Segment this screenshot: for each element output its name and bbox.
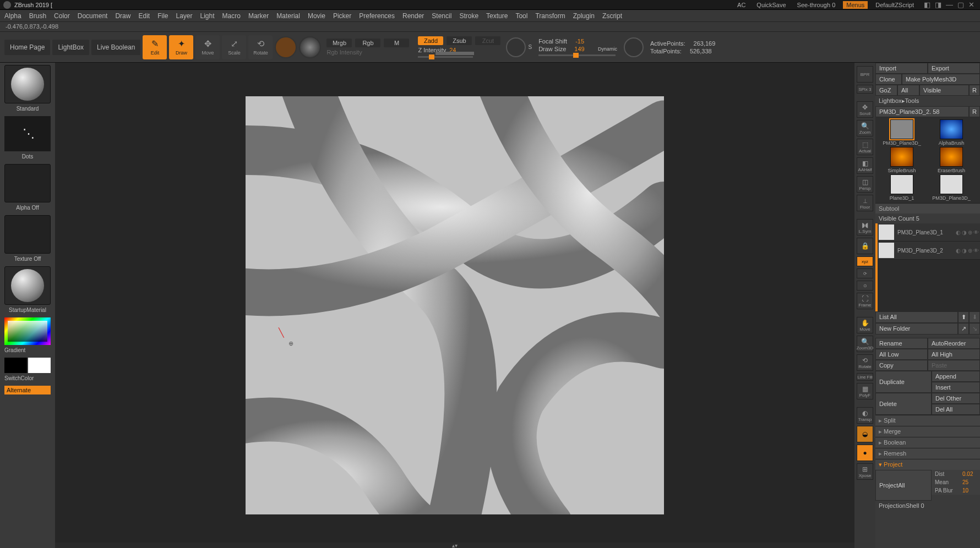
zoom-button[interactable]: 🔍Zoom [857,120,873,136]
menu-alpha[interactable]: Alpha [4,12,21,20]
lock-button[interactable]: 🔒 [857,238,873,254]
mrgb-button[interactable]: Mrgb [326,39,352,47]
menu-color[interactable]: Color [54,12,70,20]
split-section[interactable]: Split [875,415,980,426]
visible-count[interactable]: Visible Count 5 [875,213,980,223]
menu-marker[interactable]: Marker [248,12,269,20]
dynamic-button[interactable]: Dynamic [598,46,617,52]
brush-thumb[interactable] [4,65,51,103]
window-controls[interactable]: ◧◨—▢✕ [922,1,977,9]
listall-button[interactable]: List All [875,311,958,323]
ghost-button[interactable]: ◒ [857,426,873,442]
menu-macro[interactable]: Macro [222,12,241,20]
goz-button[interactable]: GoZ [875,85,897,96]
makepolymesh-button[interactable]: Make PolyMesh3D [902,74,980,85]
menus-button[interactable]: Menus [843,1,868,9]
tool-r-button[interactable]: R [969,106,980,117]
tool-thumb[interactable]: PM3D_Plane3D_ [927,174,976,201]
menu-stroke[interactable]: Stroke [459,12,478,20]
merge-section[interactable]: Merge [875,426,980,437]
xpose-button[interactable]: ⊞Xpose [857,463,873,480]
project-section[interactable]: ▾ Project [875,459,980,470]
color-picker[interactable] [4,317,51,345]
menu-preferences[interactable]: Preferences [359,12,395,20]
move-down-button[interactable]: ↘ [969,323,980,335]
dist-slider[interactable]: Dist0.02 [932,470,980,478]
lightbox-tools-link[interactable]: Lightbox▸Tools [875,96,980,106]
xyz-dot-icon[interactable]: ⊙ [857,281,873,291]
tool-thumb[interactable]: EraserBrush [927,147,976,173]
delall-button[interactable]: Del All [932,404,980,415]
rename-button[interactable]: Rename [875,338,928,349]
xyz-button[interactable]: xyz [857,256,873,266]
tool-thumb[interactable]: SimpleBrush [878,147,926,173]
draw-mode-button[interactable]: ✦Draw [169,35,193,59]
alternate-button[interactable]: Alternate [4,386,51,394]
defaultzscript-button[interactable]: DefaultZScript [872,1,917,9]
menu-stencil[interactable]: Stencil [432,12,451,20]
lightbox-button[interactable]: LightBox [52,40,89,55]
floor-button[interactable]: ⟂Floor [857,195,873,211]
persp-button[interactable]: ◫Persp [857,176,873,193]
move-mode-button[interactable]: ✥Move [195,35,220,59]
down-button[interactable]: ⬇ [969,311,980,323]
polyf-button[interactable]: ▦PolyF [857,383,873,399]
color-swatches[interactable] [4,358,51,373]
menu-picker[interactable]: Picker [333,12,351,20]
menu-light[interactable]: Light [200,12,215,20]
bpr-button[interactable]: BPR [857,66,873,83]
lsym-button[interactable]: ◗◖L.Sym [857,219,873,235]
linefill-button[interactable]: Line Fill [857,373,873,381]
m-button[interactable]: M [384,39,409,47]
zadd-button[interactable]: Zadd [418,36,443,45]
projectionshell-slider[interactable]: ProjectionShell 0 [875,501,980,511]
projectall-button[interactable]: ProjectAll [875,470,932,501]
subtool-item[interactable]: PM3D_Plane3D_2◐◑⊕👁 [878,242,980,260]
insert-button[interactable]: Insert [932,382,980,393]
switchcolor-button[interactable]: SwitchColor [4,374,51,385]
subtool-item[interactable]: PM3D_Plane3D_1◐◑⊕👁 [878,223,980,242]
remesh-section[interactable]: Remesh [875,448,980,459]
canvas-top-scrub[interactable] [435,52,474,55]
rotate-button[interactable]: ⟲Rotate [857,354,873,371]
subtool-section[interactable]: Subtool [875,203,980,213]
menu-render[interactable]: Render [402,12,424,20]
actual-button[interactable]: ⬚Actual [857,139,873,155]
transp-button[interactable]: ◐Transp [857,407,873,424]
solo-button[interactable]: ● [857,445,873,461]
zoom3d-button[interactable]: 🔍Zoom3D [857,336,873,352]
move-button[interactable]: ✋Move [857,317,873,333]
tool-thumb[interactable]: AlphaBrush [927,119,976,146]
menu-zscript[interactable]: Zscript [602,12,622,20]
goz-visible-button[interactable]: Visible [919,85,969,96]
spix-button[interactable]: SPix 3 [857,85,873,94]
mean-slider[interactable]: Mean25 [932,478,980,486]
frame-button[interactable]: ⛶Frame [857,293,873,309]
allhigh-button[interactable]: All High [928,349,980,360]
tool-thumb[interactable]: PM3D_Plane3D_ [878,119,926,146]
clone-button[interactable]: Clone [875,74,902,85]
autoreorder-button[interactable]: AutoReorder [928,338,980,349]
texture-thumb[interactable] [4,215,51,254]
xyz-rot-icon[interactable]: ⟳ [857,268,873,278]
goz-r-button[interactable]: R [969,85,980,96]
canvas-bottom-scrub[interactable]: ▴▾ [55,542,854,548]
ac-button[interactable]: AC [734,1,749,9]
copy-button[interactable]: Copy [875,360,928,371]
newfolder-button[interactable]: New Folder [875,323,958,335]
export-button[interactable]: Export [928,63,980,74]
gizmo-button[interactable] [275,36,297,58]
menu-brush[interactable]: Brush [29,12,46,20]
menu-texture[interactable]: Texture [486,12,508,20]
liveboolean-button[interactable]: Live Boolean [91,40,140,55]
menu-document[interactable]: Document [78,12,108,20]
quicksave-button[interactable]: QuickSave [753,1,789,9]
paste-button[interactable]: Paste [928,360,980,371]
zintensity-slider[interactable] [418,56,473,58]
canvas-area[interactable]: ╲⊕ ▴▾ [55,63,854,548]
menu-file[interactable]: File [157,12,168,20]
goz-all-button[interactable]: All [897,85,919,96]
alpha-thumb[interactable] [4,164,51,202]
append-button[interactable]: Append [932,371,980,382]
import-button[interactable]: Import [875,63,928,74]
